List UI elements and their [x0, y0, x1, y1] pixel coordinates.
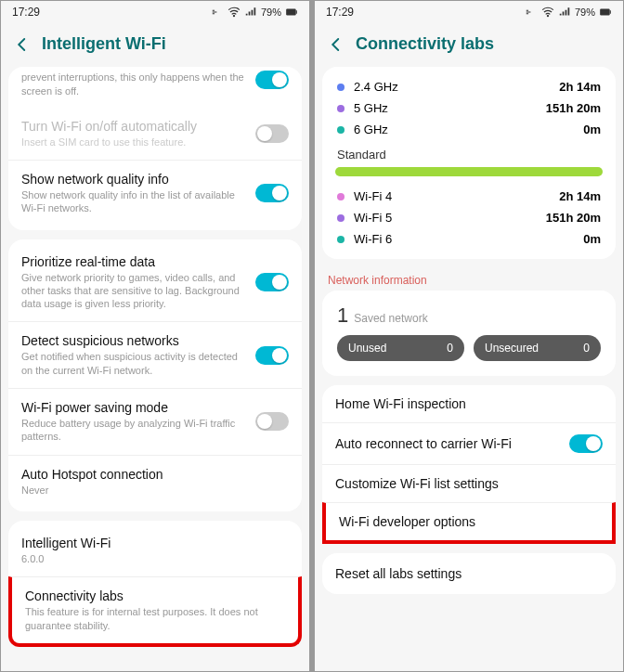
setting-row-prioritize[interactable]: Prioritize real-time data Give network p…: [8, 243, 302, 322]
dot-icon: [337, 193, 344, 200]
app-bar: Connectivity labs: [315, 23, 623, 67]
svg-rect-0: [286, 9, 296, 16]
toggle[interactable]: [569, 434, 603, 453]
setting-row-intelligent[interactable]: Intelligent Wi-Fi 6.0.0: [8, 524, 302, 576]
setting-row-suspicious[interactable]: Detect suspicious networks Get notified …: [8, 321, 302, 388]
pill-unused[interactable]: Unused0: [337, 335, 464, 361]
wifi-row: Wi-Fi 60m: [335, 228, 603, 250]
row-customize-list[interactable]: Customize Wi-Fi list settings: [322, 464, 616, 502]
toggle[interactable]: [255, 71, 289, 89]
row-developer-options[interactable]: Wi-Fi developer options: [322, 502, 616, 544]
setting-row-powersave[interactable]: Wi-Fi power saving mode Reduce battery u…: [8, 388, 302, 455]
band-row: 5 GHz151h 20m: [335, 97, 603, 119]
svg-rect-3: [610, 10, 611, 14]
band-row: 2.4 GHz2h 14m: [335, 76, 603, 97]
section-heading: Network information: [315, 268, 623, 291]
page-title: Intelligent Wi-Fi: [42, 34, 166, 54]
row-reset-labs[interactable]: Reset all labs settings: [322, 553, 616, 594]
setting-row-autowifi: Turn Wi-Fi on/off automatically Insert a…: [8, 108, 302, 160]
back-icon[interactable]: [14, 36, 31, 53]
row-auto-reconnect[interactable]: Auto reconnect to carrier Wi-Fi: [322, 422, 616, 464]
toggle[interactable]: [255, 412, 289, 431]
usage-bar: [335, 167, 603, 176]
toggle: [255, 124, 289, 143]
status-bar: 17:29 79%: [1, 1, 309, 23]
standard-label: Standard: [335, 140, 603, 167]
toggle[interactable]: [255, 346, 289, 365]
saved-network-row[interactable]: 1 Saved network: [335, 294, 603, 335]
dot-icon: [337, 84, 344, 91]
back-icon[interactable]: [328, 36, 344, 53]
toggle[interactable]: [255, 184, 289, 202]
dot-icon: [337, 105, 344, 112]
status-icons: 79%: [211, 6, 298, 19]
status-bar: 17:29 79%: [315, 1, 623, 23]
status-icons: 79%: [525, 6, 612, 19]
dot-icon: [337, 126, 344, 134]
status-time: 17:29: [326, 6, 354, 19]
band-row: 6 GHz0m: [335, 119, 603, 140]
setting-row-quality[interactable]: Show network quality info Show network q…: [8, 160, 302, 226]
page-title: Connectivity labs: [356, 34, 494, 54]
toggle[interactable]: [255, 273, 289, 291]
status-time: 17:29: [12, 6, 40, 19]
svg-rect-2: [600, 9, 610, 16]
partial-description: prevent interruptions, this only happens…: [21, 71, 246, 98]
wifi-row: Wi-Fi 5151h 20m: [335, 207, 603, 228]
wifi-row: Wi-Fi 42h 14m: [335, 186, 603, 207]
row-home-inspection[interactable]: Home Wi-Fi inspection: [322, 385, 616, 422]
svg-rect-1: [296, 10, 297, 14]
dot-icon: [337, 214, 344, 222]
dot-icon: [337, 236, 344, 243]
pill-unsecured[interactable]: Unsecured0: [474, 335, 601, 361]
setting-row-connectivity-labs[interactable]: Connectivity labs This feature is for in…: [8, 576, 302, 647]
setting-row-hotspot[interactable]: Auto Hotspot connection Never: [8, 455, 302, 508]
app-bar: Intelligent Wi-Fi: [1, 23, 309, 67]
